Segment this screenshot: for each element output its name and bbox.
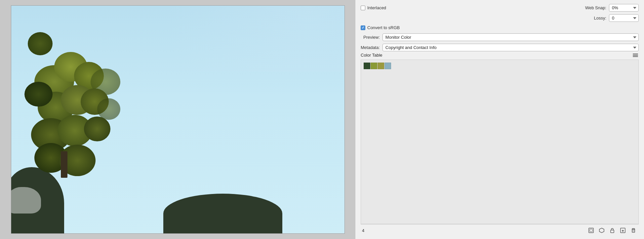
preview-label: Preview:	[361, 35, 380, 40]
color-swatches	[364, 63, 636, 69]
lock-button[interactable]	[608, 226, 616, 234]
interlaced-control: Interlaced	[361, 5, 386, 10]
lossy-label: Lossy:	[594, 16, 606, 21]
fit-image-icon	[588, 228, 594, 233]
svg-rect-6	[632, 229, 635, 232]
tree-trunk	[61, 151, 67, 178]
leaf-group	[84, 117, 110, 141]
interlaced-label: Interlaced	[367, 5, 386, 10]
bottom-hill-center	[163, 194, 282, 233]
delete-icon	[631, 228, 636, 233]
export-button[interactable]	[619, 226, 627, 234]
menu-line-2	[633, 55, 638, 56]
lock-icon	[610, 228, 615, 233]
settings-panel: Interlaced Web Snap: 0% Lossy: 0 Convert…	[355, 0, 644, 239]
top-controls-row: Interlaced Web Snap: 0%	[361, 4, 639, 12]
web-snap-label: Web Snap:	[585, 5, 606, 10]
rock-shadow	[11, 187, 41, 214]
export-icon	[620, 228, 625, 233]
color-swatch-dark-green[interactable]	[364, 63, 370, 69]
delete-button[interactable]	[629, 226, 637, 234]
svg-rect-1	[590, 229, 592, 232]
color-table-header: Color Table	[361, 53, 639, 58]
color-swatch-olive[interactable]	[371, 63, 377, 69]
lossy-dropdown[interactable]: 0	[609, 14, 639, 22]
color-swatch-light-blue[interactable]	[384, 63, 391, 69]
convert-srgb-label: Convert to sRGB	[367, 25, 400, 30]
color-table-title: Color Table	[361, 53, 382, 58]
leaf-group	[28, 32, 53, 55]
leaf-group	[24, 82, 53, 107]
color-count: 4	[362, 228, 369, 233]
color-table-area	[361, 60, 639, 224]
preview-icon	[599, 228, 604, 233]
color-swatch-yellow-green[interactable]	[378, 63, 384, 69]
color-table-section: Color Table 4	[361, 53, 639, 235]
svg-rect-0	[589, 228, 593, 233]
interlaced-checkbox[interactable]	[361, 6, 365, 10]
web-snap-control: Web Snap: 0%	[585, 4, 639, 12]
color-table-menu-icon[interactable]	[632, 53, 639, 58]
svg-rect-3	[611, 230, 614, 233]
metadata-dropdown[interactable]: None Copyright Copyright and Contact Inf…	[382, 44, 639, 51]
menu-line-3	[633, 56, 638, 57]
preview-area	[0, 0, 355, 239]
tree-cluster	[28, 32, 120, 171]
preview-dropdown[interactable]: Monitor Color Legacy Macintosh Windows N…	[382, 33, 639, 41]
convert-srgb-checkbox[interactable]	[361, 25, 365, 30]
sky-noise-overlay	[113, 6, 344, 72]
image-canvas	[11, 5, 345, 234]
convert-srgb-row: Convert to sRGB	[361, 25, 639, 30]
leaf-group	[97, 98, 120, 120]
color-table-toolbar: 4	[361, 224, 639, 235]
metadata-label: Metadata:	[361, 45, 380, 50]
preview-button[interactable]	[598, 226, 606, 234]
fit-image-button[interactable]	[587, 226, 595, 234]
preview-metadata-grid: Preview: Monitor Color Legacy Macintosh …	[361, 33, 639, 51]
svg-marker-2	[599, 228, 604, 233]
foliage-container	[11, 6, 117, 233]
menu-line-1	[633, 54, 638, 54]
web-snap-dropdown[interactable]: 0%	[609, 4, 639, 12]
